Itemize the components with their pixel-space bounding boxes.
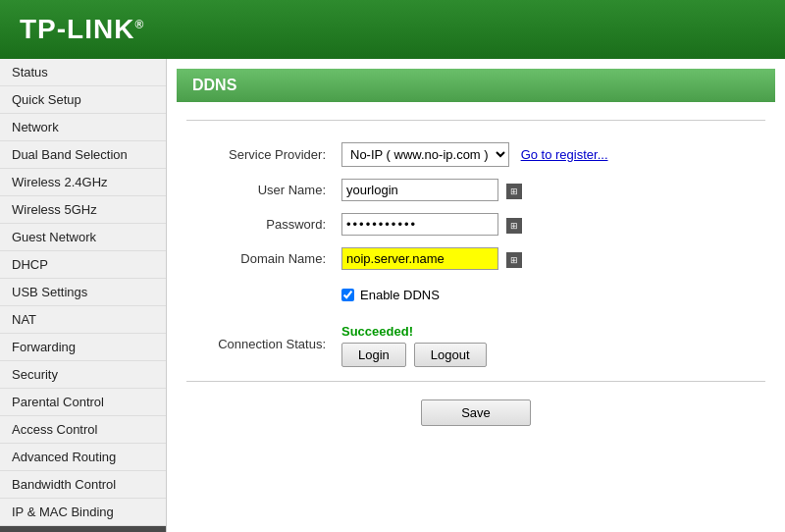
enable-ddns-row: Enable DDNS: [341, 288, 758, 302]
ddns-form: Service Provider: No-IP ( www.no-ip.com …: [186, 136, 765, 373]
action-buttons: Login Logout: [341, 343, 758, 367]
sidebar-item-parental-control[interactable]: Parental Control: [0, 389, 166, 416]
domain-row: Domain Name: ⊞: [186, 241, 765, 276]
username-input[interactable]: [341, 179, 498, 201]
username-field: ⊞: [334, 173, 765, 207]
divider: [186, 120, 765, 121]
sidebar-item-nat[interactable]: NAT: [0, 306, 166, 334]
sidebar-item-forwarding[interactable]: Forwarding: [0, 334, 166, 361]
password-field: ⊞: [334, 207, 765, 241]
sidebar: StatusQuick SetupNetworkDual Band Select…: [0, 59, 167, 532]
password-icon[interactable]: ⊞: [506, 218, 522, 234]
service-provider-row: Service Provider: No-IP ( www.no-ip.com …: [186, 136, 765, 173]
sidebar-item-network[interactable]: Network: [0, 114, 166, 141]
logout-button[interactable]: Logout: [414, 343, 487, 367]
service-provider-label: Service Provider:: [186, 136, 334, 173]
username-row: User Name: ⊞: [186, 173, 765, 207]
save-button[interactable]: Save: [421, 399, 531, 426]
bottom-divider: [186, 381, 765, 382]
connection-status-label: Connection Status:: [186, 314, 334, 373]
domain-label: Domain Name:: [186, 241, 334, 276]
sidebar-item-status[interactable]: Status: [0, 59, 166, 86]
domain-field: ⊞: [334, 241, 765, 276]
enable-ddns-row: Enable DDNS: [186, 276, 765, 314]
domain-input[interactable]: [341, 247, 498, 270]
login-button[interactable]: Login: [341, 343, 406, 367]
page-title-bar: DDNS: [177, 69, 775, 102]
trademark: ®: [134, 18, 144, 31]
enable-ddns-checkbox[interactable]: [341, 289, 354, 301]
username-label: User Name:: [186, 173, 334, 207]
layout: StatusQuick SetupNetworkDual Band Select…: [0, 59, 785, 532]
sidebar-item-ip-mac-binding[interactable]: IP & MAC Binding: [0, 499, 166, 526]
status-value: Succeeded!: [341, 324, 413, 339]
service-provider-field: No-IP ( www.no-ip.com )DynDNSOray Go to …: [334, 136, 765, 173]
save-row: Save: [186, 399, 765, 426]
sidebar-item-quick-setup[interactable]: Quick Setup: [0, 86, 166, 114]
header: TP-LINK®: [0, 0, 785, 59]
enable-ddns-label: Enable DDNS: [360, 288, 440, 302]
sidebar-item-security[interactable]: Security: [0, 361, 166, 389]
sidebar-item-usb-settings[interactable]: USB Settings: [0, 279, 166, 306]
sidebar-item-dynamic-dns[interactable]: Dynamic DNS: [0, 526, 166, 532]
enable-ddns-spacer: [186, 276, 334, 314]
register-link[interactable]: Go to register...: [521, 147, 608, 162]
connection-status-row: Connection Status: Succeeded! Login Logo…: [186, 314, 765, 373]
logo-text: TP-LINK: [20, 14, 134, 44]
sidebar-item-wireless-24[interactable]: Wireless 2.4GHz: [0, 169, 166, 196]
page-title: DDNS: [192, 77, 236, 93]
sidebar-item-guest-network[interactable]: Guest Network: [0, 224, 166, 251]
enable-ddns-field: Enable DDNS: [334, 276, 765, 314]
username-icon[interactable]: ⊞: [506, 184, 522, 199]
sidebar-item-dual-band[interactable]: Dual Band Selection: [0, 141, 166, 169]
sidebar-item-advanced-routing[interactable]: Advanced Routing: [0, 444, 166, 471]
sidebar-item-bandwidth-control[interactable]: Bandwidth Control: [0, 471, 166, 499]
password-input[interactable]: [341, 213, 498, 236]
main-content: DDNS Service Provider: No-IP ( www.no-ip…: [167, 59, 785, 532]
domain-icon[interactable]: ⊞: [506, 252, 522, 268]
service-provider-select[interactable]: No-IP ( www.no-ip.com )DynDNSOray: [341, 142, 509, 167]
password-row: Password: ⊞: [186, 207, 765, 241]
sidebar-item-dhcp[interactable]: DHCP: [0, 251, 166, 279]
password-label: Password:: [186, 207, 334, 241]
content-area: Service Provider: No-IP ( www.no-ip.com …: [167, 102, 785, 436]
connection-status-field: Succeeded! Login Logout: [334, 314, 765, 373]
status-row: Succeeded!: [341, 324, 758, 339]
logo: TP-LINK®: [20, 14, 144, 45]
sidebar-item-wireless-5[interactable]: Wireless 5GHz: [0, 196, 166, 224]
sidebar-item-access-control[interactable]: Access Control: [0, 416, 166, 444]
